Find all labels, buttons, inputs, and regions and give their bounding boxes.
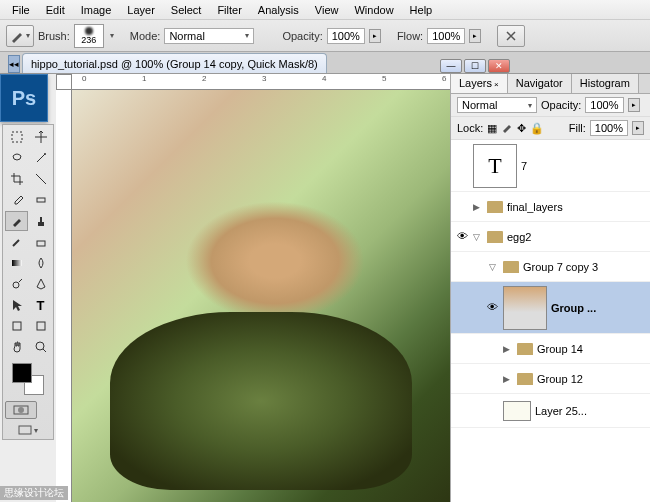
heal-tool[interactable] <box>29 190 52 210</box>
layer-group-selected[interactable]: 👁 Group ... <box>451 282 650 334</box>
visibility-icon[interactable] <box>471 260 485 274</box>
move-tool[interactable] <box>29 127 52 147</box>
screenmode-button[interactable]: ▾ <box>5 423 51 437</box>
visibility-icon[interactable]: 👁 <box>455 230 469 244</box>
layer-name[interactable]: egg2 <box>507 231 531 243</box>
tab-histogram[interactable]: Histogram <box>572 74 639 93</box>
expand-icon[interactable]: ▶ <box>473 202 483 212</box>
menu-window[interactable]: Window <box>346 2 401 18</box>
quickmask-button[interactable] <box>5 401 37 419</box>
flow-input[interactable]: 100% <box>427 28 465 44</box>
fill-stepper[interactable]: ▸ <box>632 121 644 135</box>
blend-mode-select[interactable]: Normal▾ <box>457 97 537 113</box>
close-button[interactable]: ✕ <box>488 59 510 73</box>
layer-opacity-label: Opacity: <box>541 99 581 111</box>
marquee-tool[interactable] <box>5 127 28 147</box>
layer-25[interactable]: Layer 25... <box>451 394 650 428</box>
vertical-ruler[interactable] <box>56 90 72 502</box>
notes-tool[interactable] <box>29 316 52 336</box>
collapse-icon[interactable]: ▽ <box>473 232 483 242</box>
layer-name[interactable]: Group 7 copy 3 <box>523 261 598 273</box>
opacity-input[interactable]: 100% <box>327 28 365 44</box>
layer-opacity-stepper[interactable]: ▸ <box>628 98 640 112</box>
menu-layer[interactable]: Layer <box>119 2 163 18</box>
layer-folder-final[interactable]: ▶ final_layers <box>451 192 650 222</box>
wand-tool[interactable] <box>29 148 52 168</box>
menu-file[interactable]: File <box>4 2 38 18</box>
lock-position-icon[interactable]: ✥ <box>517 122 526 135</box>
layer-text[interactable]: T 7 <box>451 140 650 192</box>
collapse-icon[interactable]: ▽ <box>489 262 499 272</box>
lock-transparency-icon[interactable]: ▦ <box>487 122 497 135</box>
zoom-tool[interactable] <box>29 337 52 357</box>
lock-all-icon[interactable]: 🔒 <box>530 122 544 135</box>
visibility-icon[interactable] <box>485 404 499 418</box>
brush-dropdown-icon[interactable]: ▾ <box>110 31 114 40</box>
shape-tool[interactable] <box>5 316 28 336</box>
svg-point-1 <box>44 153 46 155</box>
window-controls: — ☐ ✕ <box>440 59 510 73</box>
mode-select[interactable]: Normal▾ <box>164 28 254 44</box>
dodge-tool[interactable] <box>5 274 28 294</box>
ruler-origin[interactable] <box>56 74 72 90</box>
hand-tool[interactable] <box>5 337 28 357</box>
layer-name[interactable]: 7 <box>521 160 527 172</box>
expand-icon[interactable]: ▶ <box>503 344 513 354</box>
menu-filter[interactable]: Filter <box>209 2 249 18</box>
tab-layers[interactable]: Layers× <box>451 74 508 93</box>
menu-image[interactable]: Image <box>73 2 120 18</box>
layer-folder-group14[interactable]: ▶ Group 14 <box>451 334 650 364</box>
layer-name[interactable]: final_layers <box>507 201 563 213</box>
lasso-tool[interactable] <box>5 148 28 168</box>
horizontal-ruler[interactable]: 0 1 2 3 4 5 6 <box>72 74 450 90</box>
stamp-tool[interactable] <box>29 211 52 231</box>
expand-icon[interactable]: ▶ <box>503 374 513 384</box>
visibility-icon[interactable] <box>485 342 499 356</box>
flow-stepper[interactable]: ▸ <box>469 29 481 43</box>
path-select-tool[interactable] <box>5 295 28 315</box>
svg-point-7 <box>13 282 19 288</box>
layer-folder-egg2[interactable]: 👁 ▽ egg2 <box>451 222 650 252</box>
pen-tool[interactable] <box>29 274 52 294</box>
minimize-button[interactable]: — <box>440 59 462 73</box>
airbrush-icon[interactable] <box>497 25 525 47</box>
eyedropper-tool[interactable] <box>5 190 28 210</box>
gradient-tool[interactable] <box>5 253 28 273</box>
document-tab[interactable]: hippo_tutorial.psd @ 100% (Group 14 copy… <box>22 53 327 73</box>
blur-tool[interactable] <box>29 253 52 273</box>
slice-tool[interactable] <box>29 169 52 189</box>
layer-folder-group12[interactable]: ▶ Group 12 <box>451 364 650 394</box>
menu-view[interactable]: View <box>307 2 347 18</box>
layers-list: T 7 ▶ final_layers 👁 ▽ egg2 ▽ Group 7 co… <box>451 140 650 502</box>
menu-analysis[interactable]: Analysis <box>250 2 307 18</box>
canvas[interactable]: WWW.MISSYUAN.COM <box>72 90 450 502</box>
menu-help[interactable]: Help <box>402 2 441 18</box>
opacity-stepper[interactable]: ▸ <box>369 29 381 43</box>
brush-tool-icon[interactable]: ▾ <box>6 25 34 47</box>
visibility-icon[interactable] <box>485 372 499 386</box>
brush-preset[interactable]: 236 <box>74 24 104 48</box>
maximize-button[interactable]: ☐ <box>464 59 486 73</box>
menu-select[interactable]: Select <box>163 2 210 18</box>
layer-name[interactable]: Group 12 <box>537 373 583 385</box>
layer-opacity-input[interactable]: 100% <box>585 97 623 113</box>
toolbox: T ▾ <box>2 124 54 440</box>
visibility-icon[interactable] <box>455 159 469 173</box>
lock-pixels-icon[interactable] <box>501 121 513 135</box>
collapse-panels-icon[interactable]: ◂◂ <box>8 55 20 73</box>
type-tool[interactable]: T <box>29 295 52 315</box>
foreground-color[interactable] <box>12 363 32 383</box>
tab-navigator[interactable]: Navigator <box>508 74 572 93</box>
brush-tool[interactable] <box>5 211 28 231</box>
layer-name[interactable]: Group 14 <box>537 343 583 355</box>
history-brush-tool[interactable] <box>5 232 28 252</box>
eraser-tool[interactable] <box>29 232 52 252</box>
menu-edit[interactable]: Edit <box>38 2 73 18</box>
visibility-icon[interactable] <box>455 200 469 214</box>
fill-input[interactable]: 100% <box>590 120 628 136</box>
visibility-icon[interactable]: 👁 <box>485 301 499 315</box>
layer-name[interactable]: Group ... <box>551 302 596 314</box>
layer-folder-group7[interactable]: ▽ Group 7 copy 3 <box>451 252 650 282</box>
layer-name[interactable]: Layer 25... <box>535 405 587 417</box>
crop-tool[interactable] <box>5 169 28 189</box>
